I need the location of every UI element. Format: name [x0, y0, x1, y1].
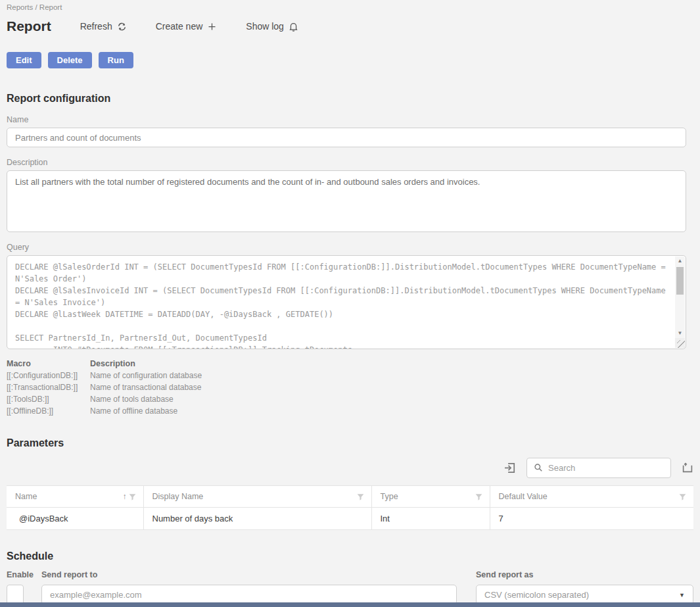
- column-header-default-value[interactable]: Default Value: [490, 486, 693, 508]
- scroll-down-icon[interactable]: ▼: [678, 329, 683, 338]
- create-new-label: Create new: [156, 21, 203, 32]
- create-new-button[interactable]: Create new: [156, 21, 218, 32]
- macro-description: Name of transactional database: [90, 383, 693, 392]
- column-label: Display Name: [152, 492, 356, 501]
- refresh-icon: [117, 22, 127, 32]
- macro-name: [[:ConfigurationDB:]]: [7, 371, 90, 380]
- send-report-as-value: CSV (semicolon separated): [484, 590, 589, 600]
- search-input[interactable]: [548, 463, 664, 473]
- description-input[interactable]: List all partners with the total number …: [7, 170, 686, 232]
- refresh-button[interactable]: Refresh: [80, 21, 127, 32]
- chevron-down-icon: ▼: [679, 592, 685, 598]
- macro-description: Name of offline database: [90, 406, 693, 416]
- bell-icon: [289, 22, 298, 32]
- column-label: Name: [15, 492, 123, 501]
- footer-bar: [0, 602, 700, 607]
- parameter-row[interactable]: @iDaysBack Number of days back Int 7: [7, 508, 693, 530]
- resize-grip[interactable]: [675, 338, 685, 348]
- scrollbar-thumb[interactable]: [676, 267, 684, 295]
- search-box[interactable]: [526, 458, 671, 478]
- column-header-name[interactable]: Name ↑: [7, 486, 143, 508]
- run-button[interactable]: Run: [99, 52, 133, 68]
- scroll-up-icon[interactable]: ▲: [678, 256, 683, 266]
- parameter-default-value-cell: 7: [490, 508, 693, 530]
- column-label: Type: [381, 492, 475, 501]
- breadcrumb[interactable]: Reports / Report: [7, 0, 693, 11]
- name-input[interactable]: [7, 128, 686, 147]
- send-report-as-label: Send report as: [476, 570, 693, 579]
- query-text[interactable]: DECLARE @lSalesOrderId INT = (SELECT Doc…: [7, 256, 686, 349]
- parameter-display-name-cell: Number of days back: [143, 508, 371, 530]
- filter-icon[interactable]: [475, 493, 483, 501]
- name-label: Name: [7, 115, 693, 124]
- report-configuration-heading: Report configuration: [7, 93, 693, 105]
- column-header-type[interactable]: Type: [371, 486, 490, 508]
- macro-legend: Macro Description [[:ConfigurationDB:]] …: [7, 359, 693, 416]
- query-editor[interactable]: DECLARE @lSalesOrderId INT = (SELECT Doc…: [7, 255, 686, 349]
- query-label: Query: [7, 243, 693, 252]
- macro-name: [[:ToolsDB:]]: [7, 395, 90, 404]
- macro-description-header: Description: [90, 359, 693, 368]
- macro-column-header: Macro: [7, 359, 90, 368]
- query-vertical-scrollbar[interactable]: ▲ ▼: [675, 256, 685, 338]
- parameter-name-cell: @iDaysBack: [7, 508, 143, 530]
- enable-label: Enable: [7, 570, 41, 579]
- macro-name: [[:OfflineDB:]]: [7, 406, 90, 416]
- filter-icon[interactable]: [678, 493, 687, 501]
- macro-description: Name of tools database: [90, 395, 693, 404]
- refresh-label: Refresh: [80, 21, 112, 32]
- parameter-type-cell: Int: [371, 508, 490, 530]
- show-log-button[interactable]: Show log: [246, 21, 298, 32]
- parameters-header-row: Name ↑ Display Name: [7, 486, 693, 508]
- filter-icon[interactable]: [356, 493, 365, 501]
- sort-ascending-icon[interactable]: ↑: [123, 492, 127, 501]
- export-icon[interactable]: [682, 462, 693, 473]
- parameters-heading: Parameters: [7, 437, 693, 449]
- edit-button[interactable]: Edit: [7, 52, 41, 68]
- filter-icon[interactable]: [128, 493, 137, 501]
- schedule-heading: Schedule: [7, 550, 693, 562]
- column-header-display-name[interactable]: Display Name: [143, 486, 371, 508]
- search-icon: [534, 463, 543, 472]
- macro-description: Name of configuration database: [90, 371, 693, 380]
- delete-button[interactable]: Delete: [48, 52, 92, 68]
- import-icon[interactable]: [503, 462, 516, 474]
- macro-name: [[:TransactionalDB:]]: [7, 383, 90, 392]
- show-log-label: Show log: [246, 21, 284, 32]
- send-report-to-label: Send report to: [41, 570, 457, 579]
- column-label: Default Value: [499, 492, 679, 501]
- description-label: Description: [7, 158, 693, 167]
- parameters-table: Name ↑ Display Name: [7, 485, 693, 530]
- page-title: Report: [7, 18, 51, 34]
- plus-icon: [207, 22, 217, 32]
